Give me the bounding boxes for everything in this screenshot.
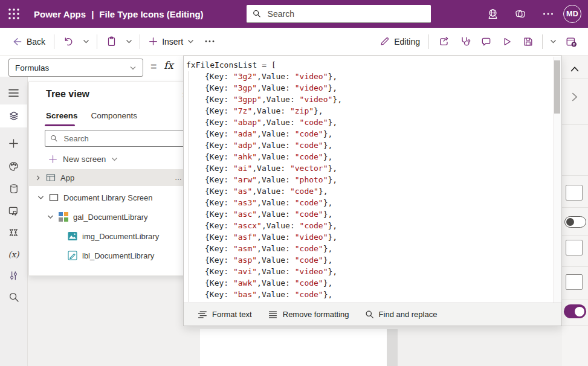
format-text-button[interactable]: Format text [192, 307, 257, 322]
code-line: {Key: "adp",Value: "code"}, [186, 140, 554, 151]
editing-label: Editing [394, 37, 420, 47]
code-line: {Key: "asp",Value: "code"}, [186, 254, 554, 266]
publish-button[interactable] [560, 32, 582, 51]
code-line: {Key: "7z",Value: "zip"}, [186, 105, 554, 117]
property-selector-dropdown[interactable]: Formulas [8, 59, 143, 77]
commandbar-more-button[interactable] [199, 36, 221, 47]
chevron-down-icon[interactable] [47, 214, 54, 220]
tree-item-image[interactable]: img_DocumentLibrary [29, 228, 190, 245]
search-icon [8, 292, 19, 303]
property-toggle-on[interactable] [564, 304, 586, 318]
tree-search-input[interactable] [63, 133, 192, 144]
rail-advanced-tools-button[interactable] [0, 266, 27, 284]
chevron-up-icon [570, 66, 579, 72]
tree-search-box[interactable] [45, 130, 197, 147]
label-icon [68, 251, 77, 260]
format-text-label: Format text [212, 310, 252, 319]
tree-item-screen[interactable]: Document Library Screen [29, 189, 190, 206]
collapse-formula-bar-button[interactable] [567, 61, 583, 77]
save-button[interactable] [517, 32, 538, 51]
database-icon [8, 183, 19, 194]
hamburger-menu-icon [8, 88, 19, 98]
canvas-scroll-strip [387, 329, 398, 366]
comments-button[interactable] [476, 33, 497, 51]
paste-button[interactable] [101, 32, 122, 51]
property-input-field[interactable] [566, 185, 583, 201]
global-search-box[interactable] [247, 5, 431, 23]
undo-button[interactable] [58, 32, 79, 51]
toolbar-divider [97, 34, 97, 49]
editing-mode-button[interactable]: Editing [375, 33, 425, 50]
tab-components[interactable]: Components [91, 109, 138, 123]
tree-view-tabs: Screens Components [46, 109, 137, 123]
expand-right-pane-button[interactable] [567, 89, 583, 104]
app-canvas-fragment[interactable] [200, 329, 387, 366]
insert-button[interactable]: Insert [144, 33, 199, 50]
save-icon [522, 36, 534, 47]
editor-footer-bar: Format text Remove formatting Find and r… [184, 303, 561, 326]
rail-variables-button[interactable]: (x) [0, 245, 27, 263]
rail-power-automate-button[interactable] [0, 223, 27, 242]
code-line: {Key: "as3",Value: "code"}, [186, 197, 554, 208]
formula-code-editor[interactable]: fxFileIconsList = [{Key: "3g2",Value: "v… [184, 56, 554, 304]
screen-icon [49, 193, 59, 202]
code-line: {Key: "avi",Value: "video"}, [186, 266, 554, 277]
rail-data-button[interactable] [0, 179, 27, 197]
paste-menu-button[interactable] [122, 35, 136, 48]
chevron-down-icon[interactable] [37, 194, 44, 201]
rail-insert-button[interactable] [0, 134, 27, 152]
toolbar-divider [54, 34, 54, 49]
rail-media-button[interactable] [0, 202, 27, 220]
account-avatar[interactable]: MD [563, 5, 581, 23]
tree-item-gallery[interactable]: gal_DocumentLibrary [29, 208, 190, 225]
copilot-button[interactable] [506, 0, 534, 28]
search-icon [50, 134, 58, 143]
find-and-replace-button[interactable]: Find and replace [360, 307, 442, 322]
toolbar-divider [428, 34, 429, 49]
property-toggle-off[interactable] [564, 216, 586, 228]
topbar-more-button[interactable] [534, 0, 562, 28]
chevron-right-icon[interactable] [35, 175, 41, 181]
play-icon [502, 36, 512, 47]
share-button[interactable] [433, 32, 454, 51]
editor-scrollbar[interactable] [553, 57, 561, 303]
environment-globe-icon [486, 8, 499, 21]
app-launcher-button[interactable] [0, 0, 28, 28]
code-line: {Key: "3gpp",Value: "video"}, [186, 94, 554, 105]
environment-button[interactable] [479, 0, 506, 28]
title-separator: | [91, 9, 94, 19]
rail-theme-button[interactable] [0, 157, 27, 175]
app-icon [46, 173, 56, 182]
undo-menu-button[interactable] [79, 35, 93, 48]
topbar-right-actions: MD [479, 0, 588, 28]
property-input-field[interactable] [566, 240, 583, 255]
save-menu-button[interactable] [546, 35, 560, 48]
remove-formatting-button[interactable]: Remove formatting [263, 307, 354, 322]
tree-item-more-button[interactable]: … [175, 173, 183, 182]
app-checker-button[interactable] [454, 32, 476, 51]
code-line: fxFileIconsList = [ [186, 59, 554, 71]
app-checker-stethoscope-icon [459, 36, 471, 47]
tree-item-app[interactable]: App … [29, 169, 190, 186]
global-search-input[interactable] [267, 8, 425, 19]
tab-screens[interactable]: Screens [46, 109, 78, 123]
toolbar-divider [542, 34, 543, 49]
editor-scrollbar-thumb[interactable] [554, 60, 560, 114]
divider [562, 300, 588, 300]
rail-tree-view-button[interactable] [0, 104, 27, 127]
rail-search-button[interactable] [0, 288, 27, 306]
code-line: {Key: "3gp",Value: "video"}, [186, 82, 554, 94]
new-screen-button[interactable]: New screen [45, 151, 121, 167]
divider [562, 124, 588, 125]
app-name[interactable]: Power Apps [34, 9, 86, 19]
back-button[interactable]: Back [7, 33, 50, 50]
left-nav-rail: (x) [0, 77, 28, 366]
top-app-bar: Power Apps | File Type Icons (Editing) [0, 0, 588, 28]
tree-item-label-control[interactable]: lbl_DocumentLibrary [29, 247, 190, 264]
code-line: {Key: "ada",Value: "code"}, [186, 128, 554, 140]
property-input-field[interactable] [566, 274, 583, 290]
toolbar-divider [140, 34, 140, 49]
preview-play-button[interactable] [497, 33, 517, 51]
rail-menu-button[interactable] [0, 84, 27, 102]
chevron-down-icon [83, 39, 89, 44]
